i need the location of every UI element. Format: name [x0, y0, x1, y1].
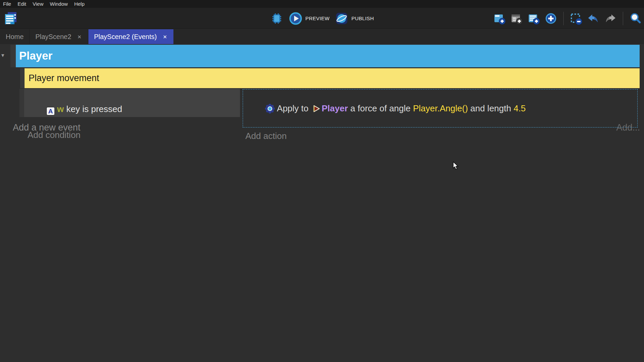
- project-manager-button[interactable]: [3, 11, 17, 25]
- event-drag-handle[interactable]: [19, 89, 24, 117]
- actions-cell: Apply to Player a force of angle Player.…: [243, 89, 638, 142]
- tab-label: Home: [6, 33, 24, 41]
- debugger-button[interactable]: [270, 12, 284, 25]
- add-new-event-button[interactable]: Add a new event: [13, 122, 80, 133]
- physics-behavior-icon: [265, 104, 275, 114]
- add-subevent-button[interactable]: [510, 12, 523, 25]
- condition-text: key is pressed: [64, 104, 122, 114]
- undo-icon: [587, 12, 600, 25]
- tab-bar: Home PlayScene2 ✕ PlayScene2 (Events) ✕: [0, 29, 644, 44]
- publish-globe-icon: [335, 12, 348, 25]
- add-subevent-icon: [510, 12, 523, 25]
- comment-event[interactable]: Player movement: [25, 68, 640, 88]
- action-text: and length: [468, 103, 514, 113]
- event-group-row: Player: [0, 45, 644, 67]
- action-text: Apply to: [277, 103, 311, 113]
- debug-chip-icon: [270, 12, 284, 25]
- add-event-type-button[interactable]: [545, 12, 557, 25]
- circle-plus-icon: [545, 12, 557, 25]
- action-text: a force of angle: [348, 103, 413, 113]
- player-object-icon: [312, 105, 320, 113]
- keyboard-key-icon: A: [46, 107, 55, 115]
- apply-force-action[interactable]: Apply to Player a force of angle Player.…: [243, 89, 638, 128]
- tab-label: PlayScene2 (Events): [94, 33, 157, 41]
- comment-event-row: Player movement: [0, 68, 644, 88]
- menu-edit[interactable]: Edit: [17, 1, 26, 7]
- menu-window[interactable]: Window: [50, 1, 68, 7]
- events-sheet: ▾ Player Player movement Aw key is press…: [0, 44, 644, 362]
- menu-file[interactable]: File: [3, 1, 11, 7]
- search-events-button[interactable]: [629, 12, 642, 25]
- action-value: 4.5: [514, 103, 526, 113]
- tab-close-icon[interactable]: ✕: [77, 34, 82, 40]
- add-comment-button[interactable]: [527, 12, 540, 25]
- tab-home[interactable]: Home: [0, 29, 30, 44]
- tab-playscene2[interactable]: PlayScene2 ✕: [30, 29, 88, 44]
- group-drag-handle[interactable]: [10, 45, 16, 67]
- main-toolbar: PREVIEW PUBLISH: [0, 8, 644, 29]
- play-circle-icon: [289, 12, 303, 25]
- conditions-cell: Aw key is pressed Add condition: [24, 89, 240, 117]
- project-manager-icon: [4, 12, 17, 25]
- add-more-button[interactable]: Add...: [616, 122, 640, 133]
- standard-event-row: Aw key is pressed Add condition Apply to: [0, 89, 644, 117]
- redo-icon: [604, 12, 617, 25]
- add-event-icon: [493, 12, 506, 25]
- tab-label: PlayScene2: [35, 33, 71, 41]
- search-icon: [629, 12, 642, 25]
- condition-parameter: w: [57, 104, 64, 114]
- publish-label: PUBLISH: [351, 15, 374, 21]
- toolbar-separator: [563, 12, 564, 25]
- action-expression: Player.Angle(): [413, 103, 468, 113]
- add-event-button[interactable]: [493, 12, 506, 25]
- menu-help[interactable]: Help: [74, 1, 85, 7]
- redo-button[interactable]: [604, 12, 617, 25]
- menu-bar: File Edit View Window Help: [0, 0, 644, 8]
- menu-view[interactable]: View: [33, 1, 43, 7]
- tab-close-icon[interactable]: ✕: [162, 34, 168, 40]
- preview-button[interactable]: PREVIEW: [289, 12, 330, 25]
- tab-playscene2-events[interactable]: PlayScene2 (Events) ✕: [88, 29, 173, 44]
- toolbar-separator: [623, 12, 623, 25]
- preview-label: PREVIEW: [306, 15, 330, 21]
- publish-button[interactable]: PUBLISH: [335, 12, 374, 25]
- undo-button[interactable]: [587, 12, 600, 25]
- events-footer: Add a new event Add...: [0, 122, 644, 133]
- delete-selection-icon: [570, 12, 582, 25]
- add-comment-icon: [527, 12, 540, 25]
- delete-selection-button[interactable]: [570, 12, 582, 25]
- action-object-name: Player: [322, 103, 348, 113]
- event-group-header[interactable]: Player: [16, 45, 640, 67]
- comment-drag-handle[interactable]: [20, 68, 25, 88]
